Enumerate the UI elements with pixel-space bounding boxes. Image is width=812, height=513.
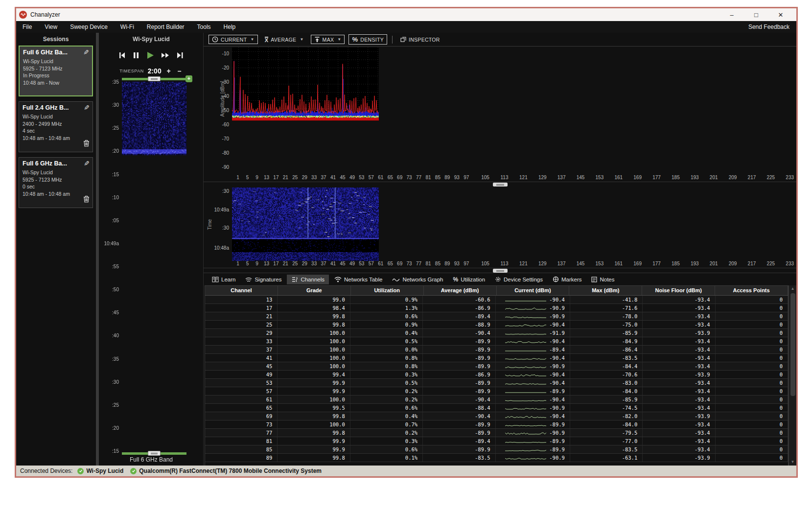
table-row[interactable]: 45100.00.8%-89.9-90.9-84.4-93.40 — [205, 362, 788, 371]
tab-notes[interactable]: Notes — [587, 275, 619, 284]
inspector-button[interactable]: INSPECTOR — [397, 36, 443, 44]
session-card[interactable]: Full 6 GHz Ba...✎Wi-Spy Lucid5925 - 7123… — [19, 46, 93, 96]
menu-item-sweep-device[interactable]: Sweep Device — [64, 21, 114, 33]
table-row[interactable]: 37100.00.0%-89.9-89.4-86.4-93.40 — [205, 346, 788, 354]
cell-access-points: 0 — [716, 445, 788, 453]
table-row[interactable]: 2199.80.6%-89.4-90.9-78.0-93.40 — [205, 312, 788, 321]
scroll-up-icon[interactable]: ▲ — [791, 285, 795, 292]
timespan-decrease-button[interactable]: – — [176, 67, 183, 75]
cell-access-points: 0 — [716, 387, 788, 395]
x-tick-label: 21 — [283, 175, 288, 180]
timespan-increase-button[interactable]: + — [165, 67, 172, 75]
menu-item-file[interactable]: File — [16, 21, 38, 33]
density-button[interactable]: %DENSITY — [348, 34, 387, 45]
edit-pencil-icon[interactable]: ✎ — [84, 104, 90, 112]
delete-trash-icon[interactable] — [83, 140, 90, 149]
table-row[interactable]: 8999.80.1%-83.5-90.9-63.1-93.90 — [205, 454, 788, 462]
tab-markers[interactable]: Markers — [548, 274, 586, 284]
device-header: Wi-Spy Lucid — [99, 33, 203, 46]
session-card[interactable]: Full 2.4 GHz B...✎Wi-Spy Lucid2400 - 249… — [19, 101, 93, 152]
table-row[interactable]: 73100.00.7%-89.9-89.9-84.0-93.40 — [205, 420, 788, 429]
column-header-average-dbm[interactable]: Average (dBm) — [424, 286, 497, 295]
time-range-handle-top[interactable] — [148, 76, 161, 81]
tab-signatures[interactable]: Signatures — [241, 275, 286, 284]
cell-current: -90.4 — [496, 337, 570, 345]
current-value: -90.4 — [549, 396, 565, 403]
play-button[interactable] — [146, 51, 155, 60]
cell-grade: 100.0 — [278, 420, 350, 428]
cell-access-points: 0 — [716, 362, 788, 370]
session-card[interactable]: Full 6 GHz Ba...✎Wi-Spy Lucid5925 - 7123… — [19, 157, 93, 208]
book-icon — [212, 277, 219, 282]
delete-trash-icon[interactable] — [83, 195, 90, 205]
edit-pencil-icon[interactable]: ✎ — [84, 160, 90, 167]
cell-average-dbm: -89.9 — [423, 346, 495, 353]
table-row[interactable]: 4999.40.3%-86.9-90.4-70.6-93.90 — [205, 371, 788, 379]
table-scrollbar[interactable]: ▲ ▼ — [789, 285, 796, 466]
menu-item-view[interactable]: View — [38, 21, 64, 33]
tab-device-settings[interactable]: Device Settings — [490, 274, 547, 284]
time-range-handle-bottom[interactable] — [148, 451, 161, 456]
current-button[interactable]: CURRENT▼ — [209, 35, 258, 44]
tab-channels[interactable]: Channels — [287, 275, 329, 284]
table-row[interactable]: 6599.50.6%-88.4-90.9-74.5-93.40 — [205, 404, 788, 412]
chart-splitter-1[interactable] — [204, 182, 796, 187]
max-button[interactable]: MAX▼ — [311, 35, 345, 44]
table-row[interactable]: 1399.00.9%-60.6-90.4-41.8-93.40 — [205, 296, 788, 304]
panel-divider[interactable] — [96, 33, 99, 466]
column-header-grade[interactable]: Grade — [278, 286, 351, 295]
x-tick-label: 65 — [388, 175, 393, 180]
maximize-button[interactable]: □ — [751, 11, 761, 19]
table-row[interactable]: 61100.00.2%-90.4-90.4-85.9-93.40 — [205, 396, 788, 404]
x-tick-label: 5 — [246, 175, 249, 180]
send-feedback-link[interactable]: Send Feedback — [748, 23, 796, 30]
time-range-slider-top[interactable] — [122, 78, 186, 80]
minimize-button[interactable]: – — [727, 11, 737, 19]
column-header-access-points[interactable]: Access Points — [715, 286, 788, 295]
column-header-current-dbm[interactable]: Current (dBm) — [497, 286, 570, 295]
average-button[interactable]: XAVERAGE▼ — [262, 36, 307, 44]
current-sparkline — [505, 430, 547, 436]
chart-splitter-2[interactable] — [204, 268, 796, 273]
edit-pencil-icon[interactable]: ✎ — [83, 48, 89, 56]
table-row[interactable]: 41100.00.8%-89.9-90.4-83.5-93.40 — [205, 354, 788, 362]
time-range-slider-bottom[interactable] — [122, 452, 186, 455]
skip-start-button[interactable] — [118, 51, 126, 59]
skip-end-button[interactable] — [176, 51, 184, 59]
table-row[interactable]: 29100.00.4%-90.4-91.9-85.9-93.90 — [205, 329, 788, 337]
menu-item-help[interactable]: Help — [217, 21, 242, 33]
scroll-thumb[interactable] — [790, 293, 795, 396]
menu-item-report-builder[interactable]: Report Builder — [140, 21, 191, 33]
tab-networks-graph[interactable]: Networks Graph — [388, 275, 447, 284]
zoom-plus-button[interactable]: + — [186, 75, 192, 82]
table-row[interactable]: 6999.80.4%-90.4-90.4-82.0-93.90 — [205, 412, 788, 420]
pause-button[interactable] — [133, 51, 139, 59]
table-row[interactable]: 1798.41.3%-86.9-90.9-71.6-93.40 — [205, 304, 788, 312]
table-row[interactable]: 8599.90.6%-89.9-89.9-83.5-93.40 — [205, 445, 788, 454]
session-waterfall-strip[interactable] — [122, 82, 186, 155]
tab-utilization[interactable]: %Utilization — [449, 274, 490, 285]
column-header-channel[interactable]: Channel — [205, 286, 278, 295]
menu-item-wi-fi[interactable]: Wi-Fi — [114, 21, 140, 33]
table-row[interactable]: 7799.80.2%-89.9-90.9-79.5-93.40 — [205, 429, 788, 437]
tab-learn[interactable]: Learn — [208, 275, 240, 284]
table-row[interactable]: 33100.00.5%-89.9-90.4-84.9-93.40 — [205, 337, 788, 346]
close-button[interactable]: ✕ — [776, 11, 786, 19]
column-header-max-dbm[interactable]: Max (dBm) — [569, 286, 642, 295]
table-row[interactable]: 8199.90.3%-89.4-89.9-77.0-93.40 — [205, 437, 788, 445]
table-row[interactable]: 5399.90.5%-89.9-90.4-83.0-93.40 — [205, 379, 788, 387]
column-header-noise-floor-dbm[interactable]: Noise Floor (dBm) — [642, 286, 715, 295]
table-row[interactable]: 5799.90.2%-89.9-89.9-84.0-93.40 — [205, 387, 788, 396]
tab-networks-table[interactable]: Networks Table — [330, 275, 387, 284]
column-header-utilization[interactable]: Utilization — [351, 286, 424, 295]
bottom-tab-bar: LearnSignaturesChannelsNetworks TableNet… — [204, 273, 796, 285]
splitter-handle-icon[interactable] — [493, 269, 508, 273]
fast-forward-button[interactable] — [161, 51, 170, 59]
session-time: 10:48 am - Now — [23, 79, 89, 87]
scroll-down-icon[interactable]: ▼ — [791, 459, 795, 466]
menu-item-tools[interactable]: Tools — [191, 21, 217, 33]
cell-utilization: 0.3% — [350, 371, 423, 378]
table-row[interactable]: 2599.80.9%-88.9-90.4-75.0-93.40 — [205, 321, 788, 329]
splitter-handle-icon[interactable] — [493, 183, 508, 187]
x-tick-label: 97 — [464, 261, 469, 266]
